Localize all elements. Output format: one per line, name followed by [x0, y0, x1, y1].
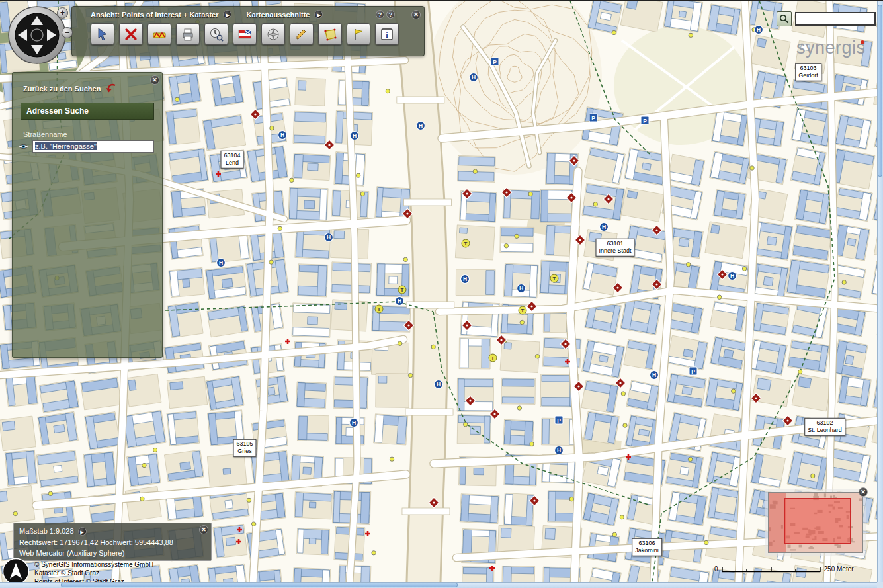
back-to-searches-link[interactable]: Zurück zu den Suchen [13, 73, 162, 96]
back-arrow-icon [105, 83, 117, 93]
scale-selector-arrow-icon[interactable]: ▶ [78, 527, 87, 536]
marker-flag-tool-icon [351, 27, 366, 42]
svg-text:H: H [463, 276, 467, 282]
marker-flag-tool[interactable] [347, 23, 370, 45]
svg-text:H: H [602, 224, 606, 230]
scrollbar-corner [877, 582, 883, 588]
street-name-input-value: z.B. "Herrengasse" [35, 142, 97, 150]
search-icon [779, 14, 789, 24]
svg-text:P: P [493, 59, 497, 65]
measure-band-tool-icon [152, 27, 167, 42]
main-toolbar: Ansicht: Points of Interest + Kataster ▶… [71, 6, 425, 56]
redline-delete-tool[interactable] [119, 23, 143, 45]
eye-icon[interactable] [18, 142, 29, 151]
view-selector-label: Ansicht: Points of Interest + Kataster [91, 11, 218, 19]
coordinates-label: Rechtswert: 1719671,42 Hochwert: 5954443… [19, 537, 206, 548]
svg-text:T: T [464, 241, 468, 247]
street-name-label: Straßenname [23, 130, 154, 138]
svg-text:H: H [652, 372, 656, 378]
svg-text:H: H [730, 273, 734, 279]
zoom-out-button[interactable]: − [62, 27, 73, 38]
svg-text:H: H [437, 381, 441, 388]
sketch-tool[interactable] [290, 23, 314, 45]
quick-search-input[interactable] [795, 12, 876, 26]
address-search-panel: ✕ Zurück zu den Suchen Adressen Suche St… [12, 72, 163, 358]
svg-text:H: H [557, 447, 561, 454]
language-switch-tool[interactable] [233, 23, 257, 45]
redline-delete-tool-icon [124, 27, 138, 42]
svg-text:H: H [352, 419, 356, 426]
svg-text:H: H [398, 298, 401, 304]
svg-text:T: T [378, 306, 381, 312]
vertical-scrollbar[interactable] [877, 1, 883, 583]
svg-text:H: H [757, 26, 761, 33]
svg-text:T: T [401, 287, 404, 293]
info-tool[interactable]: i [375, 23, 399, 45]
overview-thumbnail [768, 492, 863, 553]
synergis-logo-text: synergis [796, 38, 866, 58]
overview-close-icon[interactable]: ✕ [859, 487, 868, 497]
scale-bar: 0 250 Meter [714, 566, 854, 573]
street-name-input[interactable]: z.B. "Herrengasse" [32, 140, 154, 153]
quick-search-button[interactable] [777, 11, 792, 26]
svg-text:P: P [691, 368, 695, 375]
measure-area-tool-icon [323, 27, 337, 42]
sketch-tool-icon [294, 27, 309, 42]
scale-label: Maßstab 1:9.028 [19, 526, 74, 537]
status-panel: ✕ Maßstab 1:9.028 ▶ Rechtswert: 1719671,… [13, 523, 212, 561]
toolbar-titlebar: Ansicht: Points of Interest + Kataster ▶… [72, 7, 424, 19]
overview-map[interactable]: ✕ [765, 489, 866, 556]
projection-label: Web Mercator (Auxiliary Sphere) [19, 548, 206, 559]
quick-search [777, 11, 876, 26]
attribution-line: © SynerGIS Informationssysteme GmbH [34, 560, 153, 569]
svg-text:H: H [472, 74, 476, 81]
scale-bar-icon [722, 566, 821, 573]
print-tool[interactable] [176, 23, 200, 45]
logo-red-dot [861, 40, 864, 44]
svg-text:H: H [419, 122, 423, 129]
help-icon[interactable]: ? [376, 10, 384, 19]
scale-bar-start: 0 [714, 566, 718, 573]
search-panel-close-icon[interactable]: ✕ [150, 75, 159, 85]
search-panel-title: Adressen Suche [21, 103, 154, 120]
svg-text:H: H [280, 132, 284, 138]
previous-view-tool-icon [209, 27, 224, 42]
svg-text:P: P [643, 118, 647, 124]
map-extracts-arrow-icon[interactable]: ▶ [314, 10, 323, 19]
language-switch-tool-icon [237, 27, 252, 42]
info-tool-icon: i [380, 27, 394, 42]
previous-view-tool[interactable] [204, 23, 228, 45]
map-extracts-label: Kartenausschnitte [246, 11, 310, 19]
city-logo-icon [2, 558, 30, 585]
tools-row: i [72, 19, 424, 45]
svg-text:T: T [553, 276, 556, 282]
measure-area-tool[interactable] [318, 23, 342, 45]
svg-text:H: H [219, 259, 223, 266]
back-to-searches-label: Zurück zu den Suchen [23, 85, 101, 93]
info-help-icon[interactable]: ? [386, 10, 395, 19]
attribution-line: Kataster © Stadt Graz [34, 569, 153, 577]
svg-text:H: H [519, 285, 523, 292]
svg-text:H: H [353, 132, 357, 139]
map-application: HHHHHHHHHHHHHHHHTTTTTTPPPPP 63104Lend631… [0, 0, 883, 588]
horizontal-scrollbar[interactable] [0, 582, 877, 588]
horizontal-scrollbar-thumb[interactable] [61, 583, 458, 587]
zoom-in-button[interactable]: + [57, 7, 68, 19]
compass-tool-icon [266, 27, 280, 42]
select-tool[interactable] [91, 23, 114, 45]
synergis-logo: synergis [796, 38, 866, 58]
svg-text:P: P [557, 417, 561, 424]
toolbar-close-icon[interactable]: ✕ [411, 10, 421, 19]
print-tool-icon [181, 27, 195, 42]
svg-text:T: T [521, 308, 525, 314]
scale-bar-end: 250 Meter [824, 566, 854, 573]
svg-text:T: T [491, 355, 495, 361]
svg-text:H: H [327, 234, 331, 241]
view-selector-arrow-icon[interactable]: ▶ [223, 10, 231, 19]
status-panel-close-icon[interactable]: ✕ [199, 525, 208, 534]
measure-band-tool[interactable] [147, 23, 171, 45]
svg-text:P: P [591, 115, 595, 122]
vertical-scrollbar-thumb[interactable] [878, 5, 882, 177]
compass-tool[interactable] [261, 23, 285, 45]
select-tool-icon [95, 27, 110, 42]
